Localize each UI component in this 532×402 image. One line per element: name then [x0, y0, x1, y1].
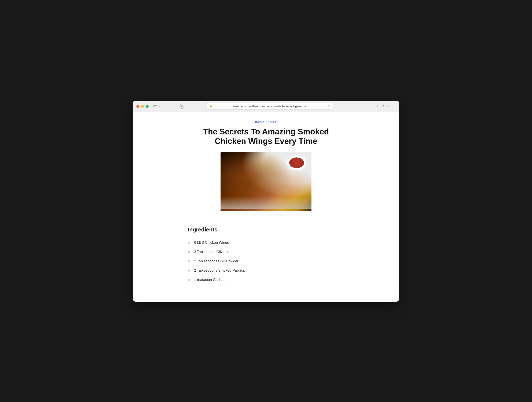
close-button[interactable]: [136, 105, 139, 108]
article-title: The Secrets To Amazing Smoked Chicken Wi…: [188, 127, 344, 146]
minimize-button[interactable]: [141, 105, 144, 108]
url-text: www.dontsweattherecipe.com/smoked-chicke…: [214, 105, 327, 108]
section-divider: [188, 220, 344, 220]
lock-icon: 🔒: [209, 105, 212, 107]
list-item: 2 Tablespoons Chili Powder: [188, 257, 344, 266]
traffic-lights: [136, 105, 149, 108]
list-item: 2 Tablespoon Olive oil: [188, 247, 344, 257]
sidebar-toggle-button[interactable]: [153, 105, 157, 108]
ingredient-text: 2 Tablespoons Smoked Paprika: [194, 268, 245, 273]
bullet-icon: [188, 270, 190, 272]
browser-window: ⌄ ‹ › 🔒 www.dontsweattherecipe.com/smoke…: [133, 100, 399, 302]
list-item: 6 LBS Chicken Wings: [188, 238, 344, 247]
fullscreen-button[interactable]: [146, 105, 149, 108]
back-button[interactable]: ‹: [163, 103, 169, 109]
browser-controls: ⌄: [153, 105, 160, 108]
article-container: RAPID RECIPE The Secrets To Amazing Smok…: [188, 121, 344, 284]
bullet-icon: [188, 279, 190, 281]
chevron-down-icon[interactable]: ⌄: [158, 105, 160, 107]
ingredients-list: 6 LBS Chicken Wings 2 Tablespoon Olive o…: [188, 238, 344, 284]
list-item: 2 Tablespoons Smoked Paprika: [188, 266, 344, 275]
page-content: RAPID RECIPE The Secrets To Amazing Smok…: [133, 112, 399, 297]
ingredient-text: 2 Tablespoons Chili Powder: [194, 259, 238, 263]
bullet-icon: [188, 260, 190, 262]
ingredients-heading: Ingredients: [188, 226, 344, 233]
ingredient-text: 2 Tablespoon Olive oil: [194, 250, 229, 254]
download-icon[interactable]: ⇩: [376, 104, 379, 108]
share-icon[interactable]: ↗: [382, 104, 384, 108]
ingredient-text: 1 teaspoon Garlic...: [194, 278, 225, 282]
bullet-icon: [188, 251, 190, 253]
address-bar[interactable]: 🔒 www.dontsweattherecipe.com/smoked-chic…: [207, 103, 333, 109]
hero-image-container: [188, 152, 344, 211]
browser-actions: ⇩ ↗ + ⋮: [376, 104, 396, 108]
browser-chrome: ⌄ ‹ › 🔒 www.dontsweattherecipe.com/smoke…: [133, 100, 399, 112]
refresh-button[interactable]: ↻: [328, 105, 331, 108]
hero-image: [221, 152, 311, 211]
category-label: RAPID RECIPE: [188, 121, 344, 124]
new-tab-icon[interactable]: +: [387, 104, 389, 108]
forward-button[interactable]: ›: [171, 103, 177, 109]
ingredient-text: 6 LBS Chicken Wings: [194, 240, 229, 245]
bullet-icon: [188, 242, 190, 244]
list-item: 1 teaspoon Garlic...: [188, 275, 344, 284]
grid-icon[interactable]: ⋮: [392, 104, 396, 108]
sauce-bowl: [287, 155, 306, 170]
pause-button[interactable]: [179, 104, 184, 109]
